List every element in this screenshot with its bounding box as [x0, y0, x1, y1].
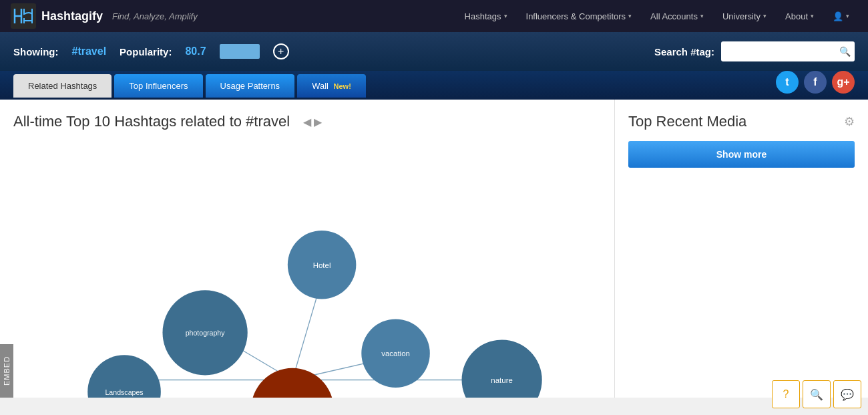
bubble-chart-svg: Hotel photography vacation nature Landsc… [13, 144, 601, 398]
svg-text:Hotel: Hotel [313, 261, 331, 269]
nav-arrows: ◀ ▶ [303, 116, 322, 128]
right-panel: Top Recent Media ⚙ Show more [614, 100, 868, 398]
right-panel-title: Top Recent Media [628, 113, 746, 130]
show-more-button[interactable]: Show more [628, 141, 855, 168]
embed-sidebar[interactable]: EMBED [0, 344, 13, 398]
tabs-bar: Related Hashtags Top Influencers Usage P… [0, 71, 868, 100]
nav-items: Hashtags ▾ Influencers & Competitors ▾ A… [457, 7, 857, 25]
help-button[interactable]: ? [772, 380, 800, 398]
nav-user[interactable]: 👤 ▾ [825, 7, 857, 25]
add-button[interactable]: + [273, 43, 289, 59]
chevron-down-icon: ▾ [700, 13, 704, 19]
bubble-chart[interactable]: Hotel photography vacation nature Landsc… [13, 144, 601, 398]
popularity-label: Popularity: [120, 46, 172, 57]
svg-text:nature: nature [491, 376, 513, 384]
new-badge: New! [334, 82, 351, 90]
tab-top-influencers[interactable]: Top Influencers [114, 74, 202, 98]
search-input-wrap: 🔍 [721, 41, 855, 61]
tab-related-hashtags[interactable]: Related Hashtags [13, 74, 112, 98]
svg-point-16 [251, 368, 334, 398]
svg-point-12 [462, 339, 542, 398]
logo-icon [11, 3, 36, 29]
left-panel: All-time Top 10 Hashtags related to #tra… [13, 100, 614, 398]
main-content: EMBED All-time Top 10 Hashtags related t… [0, 100, 868, 398]
search-help-button[interactable]: 🔍 [803, 380, 831, 398]
nav-accounts[interactable]: All Accounts ▾ [642, 7, 712, 25]
search-bar: Showing: #travel Popularity: 80.7 + Sear… [0, 32, 868, 71]
chevron-down-icon: ▾ [846, 13, 849, 19]
svg-text:vacation: vacation [381, 350, 410, 358]
twitter-icon: t [785, 76, 789, 88]
brand-tagline: Find, Analyze, Amplify [112, 11, 198, 21]
twitter-button[interactable]: t [776, 71, 799, 94]
chevron-down-icon: ▾ [811, 13, 814, 19]
showing-tag: #travel [72, 45, 107, 57]
top-nav: Hashtagify Find, Analyze, Amplify Hashta… [0, 0, 868, 32]
nav-hashtags[interactable]: Hashtags ▾ [457, 7, 515, 25]
chevron-down-icon: ▾ [628, 13, 632, 19]
brand-name: Hashtagify [41, 9, 103, 23]
color-swatch[interactable] [220, 44, 260, 59]
right-panel-header: Top Recent Media ⚙ [628, 113, 855, 130]
gear-icon[interactable]: ⚙ [844, 114, 855, 129]
logo[interactable]: Hashtagify Find, Analyze, Amplify [11, 3, 198, 29]
facebook-icon: f [813, 76, 817, 88]
google-button[interactable]: g+ [832, 71, 855, 94]
search-right: Search #tag: 🔍 [654, 41, 855, 61]
user-icon: 👤 [833, 11, 843, 21]
facebook-button[interactable]: f [804, 71, 827, 94]
chat-icon: 💬 [841, 388, 854, 398]
showing-label: Showing: [13, 46, 59, 57]
svg-text:photography: photography [186, 329, 226, 337]
prev-button[interactable]: ◀ [303, 116, 311, 128]
panel-title: All-time Top 10 Hashtags related to #tra… [13, 113, 601, 130]
question-icon: ? [783, 388, 789, 398]
next-button[interactable]: ▶ [314, 116, 322, 128]
chevron-down-icon: ▾ [504, 13, 507, 19]
nav-influencers[interactable]: Influencers & Competitors ▾ [518, 7, 640, 25]
search-input[interactable] [721, 41, 855, 61]
social-buttons: t f g+ [776, 71, 855, 98]
help-buttons: ? 🔍 💬 [772, 380, 861, 398]
chat-button[interactable]: 💬 [833, 380, 861, 398]
svg-text:Landscapes: Landscapes [105, 388, 143, 396]
popularity-value: 80.7 [185, 45, 206, 57]
tab-wall[interactable]: Wall New! [297, 74, 366, 98]
search-submit-button[interactable]: 🔍 [839, 46, 851, 57]
chevron-down-icon: ▾ [763, 13, 767, 19]
search-icon: 🔍 [810, 388, 823, 398]
google-icon: g+ [837, 76, 849, 88]
tab-usage-patterns[interactable]: Usage Patterns [206, 74, 295, 98]
search-label: Search #tag: [654, 46, 714, 57]
nav-university[interactable]: University ▾ [714, 7, 775, 25]
nav-about[interactable]: About ▾ [777, 7, 822, 25]
